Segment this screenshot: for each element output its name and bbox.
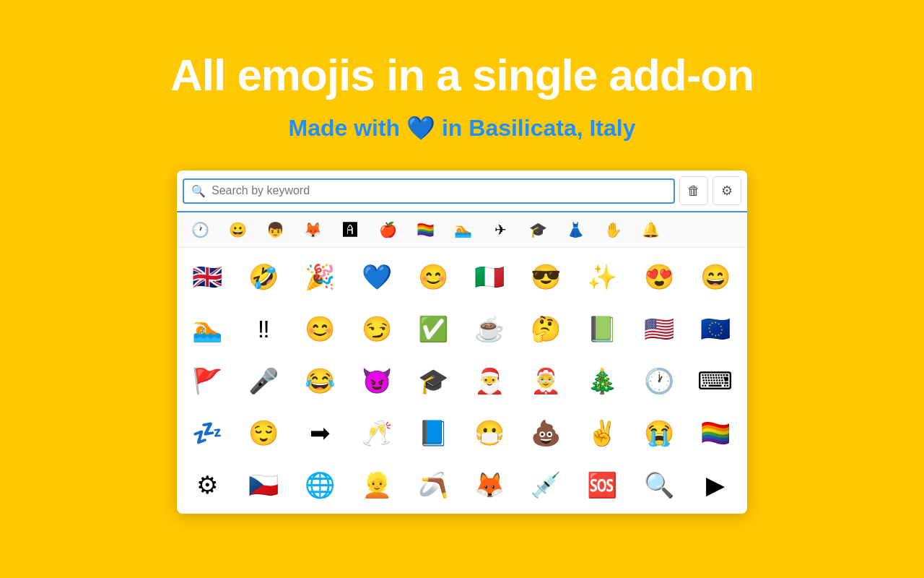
emoji-cell[interactable]: 💉 bbox=[518, 459, 573, 511]
category-button[interactable]: 🏊 bbox=[445, 217, 480, 243]
subtitle-suffix: in Basilicata, Italy bbox=[442, 115, 636, 141]
emoji-cell[interactable]: 🎓 bbox=[406, 355, 461, 407]
emoji-cell[interactable]: 🚩 bbox=[180, 355, 235, 407]
category-button[interactable]: 🍎 bbox=[370, 217, 405, 243]
settings-button[interactable]: ⚙ bbox=[712, 176, 741, 205]
emoji-cell[interactable]: 🪃 bbox=[406, 459, 461, 511]
emoji-cell[interactable]: ‼ bbox=[236, 303, 291, 355]
emoji-cell[interactable]: 🤣 bbox=[236, 251, 291, 303]
emoji-cell[interactable]: 🆘 bbox=[575, 459, 629, 511]
category-button[interactable]: 👗 bbox=[558, 217, 593, 243]
emoji-cell[interactable]: ⌨ bbox=[688, 355, 743, 407]
search-input[interactable] bbox=[212, 184, 666, 197]
emoji-cell[interactable]: 📘 bbox=[406, 407, 461, 459]
category-button[interactable]: 🎓 bbox=[520, 217, 555, 243]
emoji-cell[interactable]: 👱 bbox=[349, 459, 404, 511]
emoji-cell[interactable]: ➡ bbox=[292, 407, 347, 459]
emoji-cell[interactable]: 🇨🇿 bbox=[236, 459, 291, 511]
emoji-cell[interactable]: 🇺🇸 bbox=[632, 303, 687, 355]
emoji-cell[interactable]: 🥂 bbox=[349, 407, 404, 459]
emoji-cell[interactable]: 🔍 bbox=[632, 459, 687, 511]
emoji-cell[interactable]: 🏊 bbox=[180, 303, 235, 355]
emoji-cell[interactable]: 😊 bbox=[406, 251, 461, 303]
emoji-cell[interactable]: 😊 bbox=[292, 303, 347, 355]
emoji-cell[interactable]: ☕ bbox=[462, 303, 517, 355]
emoji-cell[interactable]: 🕐 bbox=[632, 355, 687, 407]
emoji-cell[interactable]: 😭 bbox=[632, 407, 687, 459]
emoji-cell[interactable]: ▶ bbox=[688, 459, 743, 511]
subtitle: Made with 💙 in Basilicata, Italy bbox=[288, 114, 635, 142]
emoji-cell[interactable]: 💙 bbox=[349, 251, 404, 303]
heart-emoji: 💙 bbox=[406, 115, 435, 141]
emoji-cell[interactable]: 🎅 bbox=[462, 355, 517, 407]
emoji-cell[interactable]: ✨ bbox=[575, 251, 629, 303]
emoji-cell[interactable]: 😎 bbox=[518, 251, 573, 303]
emoji-cell[interactable]: 💩 bbox=[518, 407, 573, 459]
category-button[interactable]: 👦 bbox=[258, 217, 292, 243]
emoji-cell[interactable]: ✌ bbox=[575, 407, 629, 459]
emoji-cell[interactable]: 💤 bbox=[180, 407, 235, 459]
emoji-cell[interactable]: 😷 bbox=[462, 407, 517, 459]
category-button[interactable]: 🔔 bbox=[633, 217, 668, 243]
emoji-cell[interactable]: 😌 bbox=[236, 407, 291, 459]
emoji-cell[interactable]: 🇮🇹 bbox=[462, 251, 517, 303]
emoji-cell[interactable]: 🎄 bbox=[575, 355, 629, 407]
emoji-cell[interactable]: 🎤 bbox=[236, 355, 291, 407]
emoji-cell[interactable]: 😄 bbox=[688, 251, 743, 303]
delete-button[interactable]: 🗑 bbox=[679, 176, 708, 205]
category-button[interactable]: 🅰 bbox=[333, 217, 367, 243]
hero-section: All emojis in a single add-on Made with … bbox=[0, 0, 924, 514]
category-button[interactable]: 🦊 bbox=[295, 217, 330, 243]
category-bar: 🕐😀👦🦊🅰🍎🏳️‍🌈🏊✈🎓👗✋🔔 bbox=[177, 212, 747, 248]
search-icon: 🔍 bbox=[191, 184, 206, 198]
emoji-cell[interactable]: 🇪🇺 bbox=[688, 303, 743, 355]
category-button[interactable]: ✈ bbox=[483, 217, 518, 243]
search-bar: 🔍 🗑 ⚙ bbox=[177, 171, 747, 212]
emoji-cell[interactable]: ✅ bbox=[406, 303, 461, 355]
emoji-cell[interactable]: 🦊 bbox=[462, 459, 517, 511]
emoji-grid: 🇬🇧🤣🎉💙😊🇮🇹😎✨😍😄🏊‼😊😏✅☕🤔📗🇺🇸🇪🇺🚩🎤😂😈🎓🎅🤶🎄🕐⌨💤😌➡🥂📘😷… bbox=[177, 248, 747, 514]
emoji-panel: 🔍 🗑 ⚙ 🕐😀👦🦊🅰🍎🏳️‍🌈🏊✈🎓👗✋🔔 🇬🇧🤣🎉💙😊🇮🇹😎✨😍😄🏊‼😊😏✅… bbox=[177, 171, 747, 514]
category-button[interactable]: ✋ bbox=[596, 217, 630, 243]
category-button[interactable]: 🏳️‍🌈 bbox=[408, 217, 443, 243]
emoji-cell[interactable]: 😏 bbox=[349, 303, 404, 355]
emoji-cell[interactable]: ⚙ bbox=[180, 459, 235, 511]
category-button[interactable]: 😀 bbox=[220, 217, 255, 243]
emoji-cell[interactable]: 😂 bbox=[292, 355, 347, 407]
emoji-cell[interactable]: 🏳️‍🌈 bbox=[688, 407, 743, 459]
emoji-cell[interactable]: 🤶 bbox=[518, 355, 573, 407]
emoji-cell[interactable]: 😈 bbox=[349, 355, 404, 407]
emoji-cell[interactable]: 🎉 bbox=[292, 251, 347, 303]
category-button[interactable]: 🕐 bbox=[183, 217, 217, 243]
emoji-cell[interactable]: 😍 bbox=[632, 251, 687, 303]
emoji-cell[interactable]: 🤔 bbox=[518, 303, 573, 355]
main-title: All emojis in a single add-on bbox=[170, 51, 754, 100]
emoji-cell[interactable]: 🇬🇧 bbox=[180, 251, 235, 303]
subtitle-prefix: Made with bbox=[288, 115, 400, 141]
search-input-wrapper[interactable]: 🔍 bbox=[183, 178, 675, 204]
emoji-cell[interactable]: 🌐 bbox=[292, 459, 347, 511]
emoji-cell[interactable]: 📗 bbox=[575, 303, 629, 355]
